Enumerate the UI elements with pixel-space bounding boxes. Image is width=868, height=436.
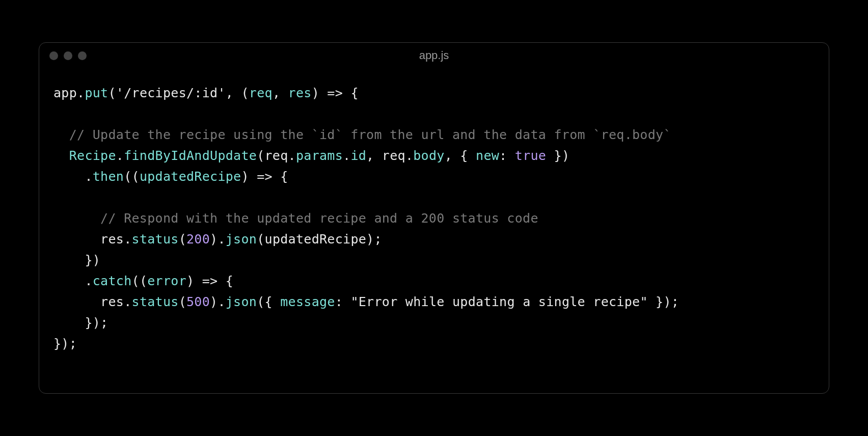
token-status8: status — [132, 232, 179, 247]
code-line-4: Recipe.findByIdAndUpdate(req.params.id, … — [53, 145, 815, 166]
code-line-5: .then((updatedRecipe) => { — [53, 166, 815, 187]
token-req: req — [249, 86, 273, 100]
token-arrow10: ) => { — [186, 274, 233, 288]
token-comment7: // Respond with the updated recipe and a… — [53, 211, 538, 226]
code-line-3: // Update the recipe using the `id` from… — [53, 124, 815, 145]
minimize-button[interactable] — [64, 51, 72, 60]
token-json8: json — [226, 232, 257, 247]
token-req4: req — [265, 148, 288, 163]
token-indent5: . — [53, 169, 93, 184]
token-route: '/recipes/:id' — [116, 86, 226, 100]
token-200: 200 — [186, 232, 210, 247]
token-put: put — [85, 86, 108, 100]
token-req4b: req — [382, 148, 405, 163]
title-bar: app.js — [39, 43, 829, 68]
code-line-7: // Respond with the updated recipe and a… — [53, 208, 815, 229]
code-line-1: app.put('/recipes/:id', (req, res) => { — [53, 83, 815, 103]
traffic-lights — [49, 51, 87, 60]
code-line-8: res.status(200).json(updatedRecipe); — [53, 229, 815, 250]
file-name: app.js — [419, 49, 449, 62]
token-id: id — [350, 148, 366, 163]
token-then: then — [93, 169, 124, 184]
token-error-text: "Error while updating a single recipe" — [350, 294, 647, 309]
token-500: 500 — [186, 294, 210, 309]
token-recipe-class: Recipe — [69, 148, 116, 163]
token-findbyid: findByIdAndUpdate — [124, 148, 257, 163]
token-arrow: => { — [319, 86, 359, 100]
token-close9: }) — [53, 253, 100, 267]
code-line-9: }) — [53, 250, 815, 270]
code-line-10: .catch((error) => { — [53, 270, 815, 291]
token-message: message — [280, 294, 335, 309]
code-line-2 — [53, 103, 815, 124]
token-indent11 — [53, 294, 100, 309]
token-indent8 — [53, 232, 100, 247]
code-line-12: }); — [53, 312, 815, 333]
close-button[interactable] — [49, 51, 58, 60]
token-arrow5: ) => { — [241, 169, 288, 184]
token-close12: }); — [53, 315, 108, 330]
token-body: body — [413, 148, 444, 163]
token-res8: res — [100, 232, 124, 247]
code-editor-window: app.js app.put('/recipes/:id', (req, res… — [39, 42, 829, 394]
maximize-button[interactable] — [78, 51, 87, 60]
token-status11: status — [132, 294, 179, 309]
token-indent10: . — [53, 274, 93, 288]
code-line-6 — [53, 187, 815, 208]
token-json11: json — [226, 294, 257, 309]
token-res: res — [288, 86, 312, 100]
token-app: app — [53, 86, 77, 100]
token-true: true — [515, 148, 546, 163]
token-new: new — [476, 148, 499, 163]
token-error: error — [147, 274, 186, 288]
token-updated-recipe8: updatedRecipe — [265, 232, 367, 247]
token-close13: }); — [53, 336, 77, 351]
code-area[interactable]: app.put('/recipes/:id', (req, res) => { … — [39, 68, 829, 393]
token-indent — [53, 148, 69, 163]
code-line-13: }); — [53, 333, 815, 354]
token-res11: res — [100, 294, 124, 309]
token-params: params — [296, 148, 343, 163]
token-catch: catch — [93, 274, 132, 288]
code-line-11: res.status(500).json({ message: "Error w… — [53, 291, 815, 312]
token-updated-recipe: updatedRecipe — [140, 169, 241, 184]
token-comment: // Update the recipe using the `id` from… — [53, 127, 671, 142]
